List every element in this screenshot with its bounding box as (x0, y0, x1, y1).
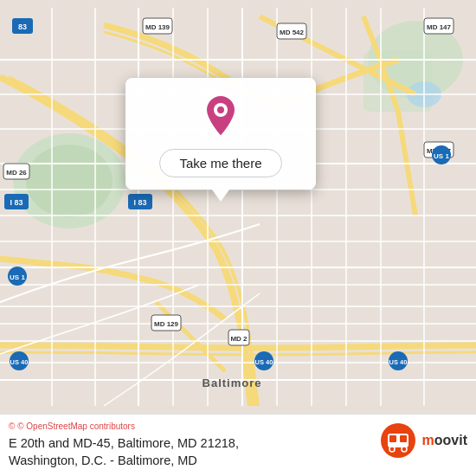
svg-text:MD 26: MD 26 (6, 169, 27, 177)
svg-point-63 (217, 106, 224, 113)
app-container: 83 I 83 I 83 MD 139 MD 542 MD 147 MD 147… (0, 0, 476, 476)
svg-text:US 40: US 40 (255, 358, 273, 366)
svg-text:MD 147: MD 147 (427, 23, 452, 31)
location-title: E 20th and MD-45, Baltimore, MD 21218, W… (9, 434, 369, 470)
svg-text:US 40: US 40 (10, 358, 29, 366)
bottom-bar-content: © © OpenStreetMap contributors E 20th an… (9, 421, 369, 470)
moovit-logo: moovit (379, 421, 467, 460)
svg-text:MD 2: MD 2 (230, 335, 248, 343)
map-svg: 83 I 83 I 83 MD 139 MD 542 MD 147 MD 147… (0, 0, 476, 414)
osm-attribution: © © OpenStreetMap contributors (9, 421, 369, 431)
moovit-logo-icon (379, 421, 417, 460)
svg-point-2 (26, 145, 113, 217)
svg-text:MD 129: MD 129 (154, 320, 179, 328)
svg-text:MD 542: MD 542 (280, 29, 305, 36)
svg-text:US 40: US 40 (389, 358, 408, 366)
svg-point-69 (402, 447, 407, 452)
svg-text:Baltimore: Baltimore (203, 376, 262, 389)
take-me-there-button[interactable]: Take me there (159, 149, 281, 177)
svg-text:I 83: I 83 (133, 198, 146, 207)
map-area[interactable]: 83 I 83 I 83 MD 139 MD 542 MD 147 MD 147… (0, 0, 476, 414)
svg-rect-66 (389, 435, 396, 442)
svg-text:US 1: US 1 (10, 273, 25, 281)
svg-text:MD 139: MD 139 (145, 23, 170, 31)
svg-text:83: 83 (18, 23, 27, 31)
bottom-bar: © © OpenStreetMap contributors E 20th an… (0, 414, 476, 476)
svg-text:US 1: US 1 (434, 152, 449, 160)
svg-rect-67 (400, 435, 407, 442)
svg-text:I 83: I 83 (10, 198, 23, 207)
svg-point-68 (389, 447, 395, 452)
location-pin-icon (202, 93, 240, 140)
map-popup: Take me there (125, 78, 316, 190)
